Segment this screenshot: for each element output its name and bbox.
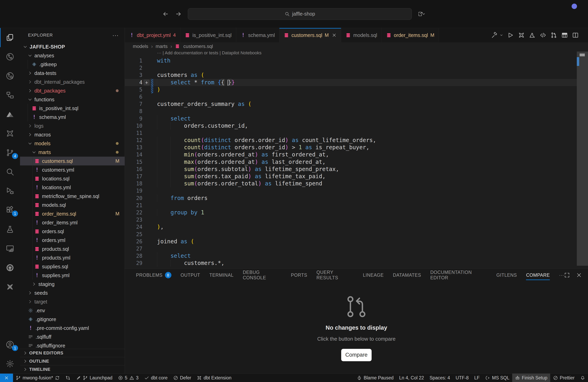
- tree-file-products-sql[interactable]: products.sql: [20, 245, 125, 253]
- status-compare-changes[interactable]: [63, 374, 73, 382]
- tree-file-models-sql[interactable]: models.sql: [20, 201, 125, 209]
- tree-file-customers-yml[interactable]: !customers.yml: [20, 165, 125, 174]
- action-build-dbt[interactable]: [491, 32, 498, 38]
- search-input[interactable]: jaffle-shop: [188, 8, 412, 20]
- tree-file-sqlfluff[interactable]: .sqlfluff: [20, 332, 125, 341]
- activity-accounts[interactable]: 1: [0, 335, 20, 354]
- tree-folder-dbt-internal-packages[interactable]: dbt_internal_packages: [20, 77, 125, 86]
- activity-project-structure[interactable]: [0, 86, 20, 105]
- codelens[interactable]: ··· | Add documentation or tests | Datap…: [125, 50, 588, 57]
- code-line-21[interactable]: 21: [125, 202, 588, 209]
- action-compiled-code[interactable]: [540, 32, 546, 38]
- code-line-2[interactable]: 2: [125, 64, 588, 72]
- tree-file-order-items-sql[interactable]: order_items.sqlM: [20, 209, 125, 218]
- tree-file-gitignore[interactable]: .gitignore: [20, 315, 125, 324]
- activity-settings[interactable]: [0, 354, 20, 373]
- tree-folder-logs[interactable]: logs: [20, 121, 125, 130]
- tree-file-locations-sql[interactable]: locations.sql: [20, 174, 125, 183]
- status-launchpad[interactable]: Launchpad: [73, 374, 115, 382]
- activity-search[interactable]: [0, 162, 20, 181]
- code-line-12[interactable]: 12 count(distinct orders.order_id) as co…: [125, 137, 588, 144]
- tree-folder-target[interactable]: target: [20, 297, 125, 306]
- action-split-editor[interactable]: [572, 32, 579, 38]
- nav-forward-button[interactable]: [175, 11, 182, 17]
- status-notifications[interactable]: [577, 374, 588, 382]
- code-line-14[interactable]: 14 min(orders.ordered_at) as first_order…: [125, 151, 588, 158]
- activity-altimate[interactable]: [0, 105, 20, 124]
- panel-tab-debug-console[interactable]: DEBUG CONSOLE: [243, 268, 282, 282]
- breadcrumb-marts[interactable]: marts: [156, 43, 168, 49]
- panel-tab-compare[interactable]: COMPARE: [526, 268, 550, 282]
- tree-file-products-yml[interactable]: !products.yml: [20, 253, 125, 262]
- tree-file-is-positive-int-sql[interactable]: is_positive_int.sql: [20, 104, 125, 113]
- panel-tab-output[interactable]: OUTPUT: [181, 268, 200, 282]
- code-line-18[interactable]: 18 sum(orders.order_total) as lifetime_s…: [125, 180, 588, 187]
- breadcrumb-models[interactable]: models: [133, 43, 148, 49]
- code-line-23[interactable]: 23: [125, 216, 588, 223]
- code-line-5[interactable]: 5): [125, 86, 588, 93]
- code-line-24[interactable]: 24),: [125, 223, 588, 230]
- code-line-9[interactable]: 9 select: [125, 115, 588, 122]
- code-line-25[interactable]: 25: [125, 231, 588, 238]
- activity-git-graph-search[interactable]: [0, 66, 20, 86]
- panel-tab-documentation-editor[interactable]: DOCUMENTATION EDITOR: [430, 268, 487, 282]
- tab-is-positive-int-sql[interactable]: is_positive_int.sql: [180, 28, 236, 42]
- breadcrumb-customers-sql[interactable]: customers.sql: [183, 43, 213, 49]
- activity-git-graph[interactable]: [0, 47, 20, 66]
- code-line-10[interactable]: 10 orders.customer_id,: [125, 122, 588, 130]
- tree-file-orders-sql[interactable]: orders.sql: [20, 227, 125, 236]
- panel-close-button[interactable]: [576, 272, 582, 278]
- code-line-13[interactable]: 13 count(distinct orders.order_id) > 1 a…: [125, 144, 588, 151]
- code-line-19[interactable]: 19: [125, 187, 588, 194]
- status-eol[interactable]: LF: [471, 374, 483, 382]
- activity-testing[interactable]: [0, 220, 20, 239]
- tree-folder-macros[interactable]: macros: [20, 130, 125, 139]
- panel-tab-ports[interactable]: PORTS: [291, 268, 307, 282]
- close-icon[interactable]: [332, 33, 336, 38]
- code-line-4[interactable]: 4+ select * from {{ }}: [125, 79, 588, 86]
- code-line-6[interactable]: 6: [125, 93, 588, 100]
- tree-folder-models[interactable]: models: [20, 139, 125, 148]
- add-line-button[interactable]: +: [144, 79, 150, 86]
- panel-tab-problems[interactable]: PROBLEMS8: [136, 268, 171, 282]
- code-line-26[interactable]: 26joined as (: [125, 238, 588, 245]
- tree-file-supplies-sql[interactable]: supplies.sql: [20, 262, 125, 271]
- tab-models-sql[interactable]: models.sql: [341, 28, 382, 42]
- tree-folder-analyses[interactable]: analyses: [20, 51, 125, 60]
- panel-tab-gitlens[interactable]: GITLENS: [496, 268, 517, 282]
- tree-file-schema-yml[interactable]: !schema.yml: [20, 113, 125, 121]
- tree-folder-marts[interactable]: marts: [20, 148, 125, 157]
- status-language-mode[interactable]: MS SQL: [483, 374, 512, 382]
- tree-file-order-items-yml[interactable]: !order_items.yml: [20, 218, 125, 227]
- panel-tab-lineage[interactable]: LINEAGE: [363, 268, 384, 282]
- code-line-27[interactable]: 27: [125, 245, 588, 252]
- tree-file-supplies-yml[interactable]: !supplies.yml: [20, 271, 125, 280]
- panel-tab-datamates[interactable]: DATAMATES: [393, 268, 421, 282]
- tab-dbt-project-yml[interactable]: !dbt_project.yml4: [125, 28, 180, 42]
- nav-back-button[interactable]: [162, 11, 169, 17]
- action-altimate-lineage[interactable]: [529, 32, 536, 38]
- code-line-15[interactable]: 15 max(orders.ordered_at) as last_ordere…: [125, 158, 588, 166]
- panel-tab-more[interactable]: ···: [559, 268, 564, 282]
- action-run-query[interactable]: [507, 32, 514, 38]
- panel-tab-terminal[interactable]: TERMINAL: [210, 268, 234, 282]
- status-encoding[interactable]: UTF-8: [453, 374, 471, 382]
- activity-github[interactable]: [0, 258, 20, 277]
- status-prettier[interactable]: Prettier: [550, 374, 577, 382]
- code-line-3[interactable]: 3customers as (: [125, 72, 588, 79]
- tree-file-metricflow-time-spine-sql[interactable]: metricflow_time_spine.sql: [20, 192, 125, 201]
- status-cursor-position[interactable]: Ln 4, Col 22: [396, 374, 427, 382]
- tree-file-pre-commit-config-yaml[interactable]: !.pre-commit-config.yaml: [20, 324, 125, 332]
- code-editor[interactable]: 1with23customers as (4+ select * from {{…: [125, 57, 588, 268]
- activity-dbt-power-user[interactable]: [0, 124, 20, 143]
- code-line-7[interactable]: 7customer_orders_summary as (: [125, 100, 588, 108]
- activity-dbt[interactable]: [0, 277, 20, 296]
- tree-folder-staging[interactable]: staging: [20, 280, 125, 288]
- tab-schema-yml[interactable]: !schema.yml: [236, 28, 279, 42]
- tree-root-jaffle-shop[interactable]: JAFFLE-SHOP: [20, 42, 125, 51]
- panel-maximize-button[interactable]: [564, 272, 570, 278]
- action-git-compare[interactable]: [550, 32, 557, 38]
- tree-folder-dbt-packages[interactable]: dbt_packages: [20, 86, 125, 95]
- section-open-editors[interactable]: OPEN EDITORS: [20, 349, 125, 357]
- tree-file-orders-yml[interactable]: !orders.yml: [20, 236, 125, 245]
